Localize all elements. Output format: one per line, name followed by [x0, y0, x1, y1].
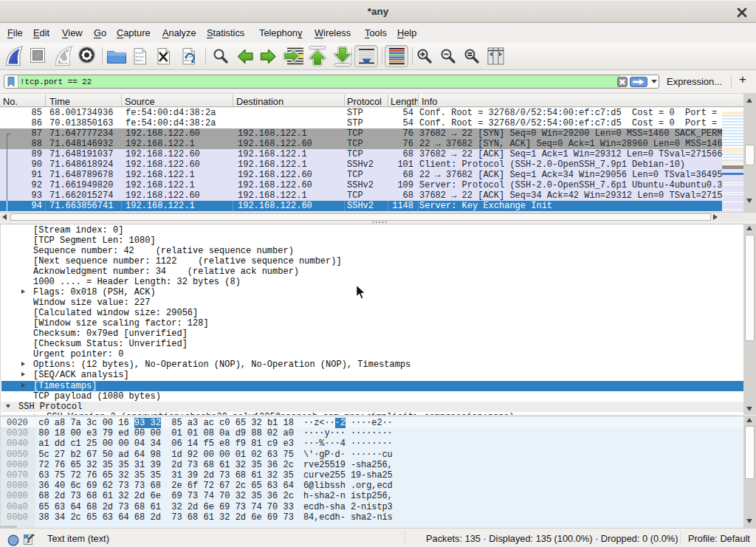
- svg-text:0011: 0011: [136, 58, 144, 62]
